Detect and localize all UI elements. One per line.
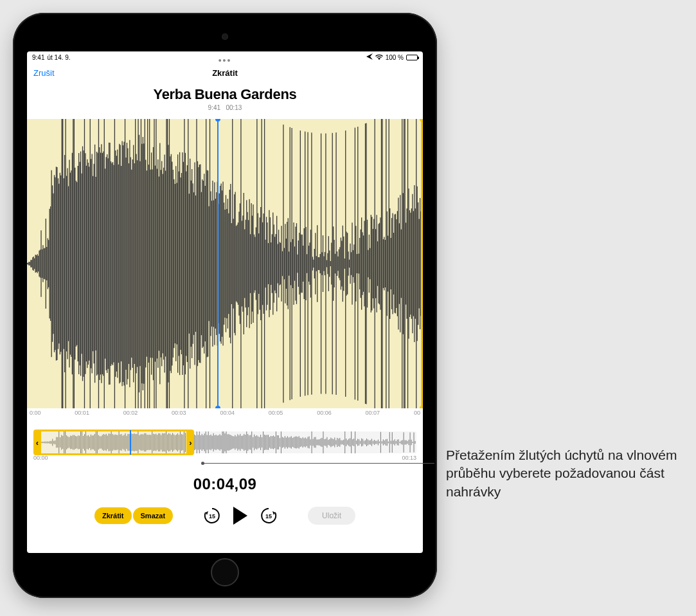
battery-percent: 100 % <box>386 54 404 61</box>
svg-text:15: 15 <box>209 513 215 520</box>
trim-selection[interactable]: ‹ › <box>33 430 194 455</box>
nav-title: Zkrátit <box>212 68 238 78</box>
ruler-tick: 00:05 <box>269 410 283 416</box>
timecode: 00:04,09 <box>27 475 423 493</box>
location-icon <box>366 53 373 61</box>
battery-icon <box>406 55 418 60</box>
more-button[interactable]: ••• <box>219 55 232 66</box>
recording-time: 9:41 <box>208 104 220 111</box>
status-time: 9:41 <box>32 54 44 61</box>
trim-handle-left[interactable]: ‹ <box>33 431 41 453</box>
ruler-tick: 00 <box>414 410 420 416</box>
status-date: út 14. 9. <box>47 54 70 61</box>
ruler-tick: 00:02 <box>123 410 138 416</box>
save-button[interactable]: Uložit <box>308 507 355 525</box>
recording-duration: 00:13 <box>226 104 242 111</box>
home-button[interactable] <box>211 558 239 586</box>
waveform-overview[interactable]: ‹ › <box>33 431 416 453</box>
waveform-main[interactable] <box>27 119 423 408</box>
trim-button[interactable]: Zkrátit <box>94 507 132 524</box>
callout-line <box>203 463 434 464</box>
cancel-button[interactable]: Zrušit <box>33 68 55 78</box>
overview-start: 00:00 <box>33 455 48 461</box>
callout-text: Přetažením žlutých úchytů na vlnovém prů… <box>446 446 684 501</box>
playhead[interactable] <box>217 119 219 408</box>
ruler-tick: 00:01 <box>75 410 89 416</box>
overview-playhead[interactable] <box>130 430 131 455</box>
skip-forward-15-button[interactable]: 15 <box>259 506 278 525</box>
ruler-tick: 00:07 <box>366 410 380 416</box>
waveform-svg <box>27 119 423 408</box>
screen: 9:41 út 14. 9. 100 % ••• Zrušit Zkrátit <box>27 51 423 553</box>
svg-text:15: 15 <box>265 513 272 520</box>
recording-header: Yerba Buena Gardens 9:41 00:13 <box>27 82 423 116</box>
trim-delete-group: Zkrátit Smazat <box>94 507 173 524</box>
play-button[interactable] <box>233 507 247 525</box>
trim-end-marker[interactable] <box>421 119 423 408</box>
controls-row: Zkrátit Smazat 15 15 Uložit <box>27 506 423 525</box>
ruler-tick: 00:04 <box>220 410 235 416</box>
nav-bar: ••• Zrušit Zkrátit <box>27 63 423 82</box>
ipad-frame: 9:41 út 14. 9. 100 % ••• Zrušit Zkrátit <box>13 13 437 598</box>
wifi-icon <box>375 54 383 61</box>
time-ruler: 0:00 00:01 00:02 00:03 00:04 00:05 00:06… <box>27 408 423 416</box>
recording-title: Yerba Buena Gardens <box>27 86 423 103</box>
trim-handle-right[interactable]: › <box>186 431 194 453</box>
ruler-tick: 00:03 <box>172 410 186 416</box>
ruler-tick: 0:00 <box>30 410 41 416</box>
ruler-tick: 00:06 <box>317 410 332 416</box>
delete-button[interactable]: Smazat <box>133 507 174 524</box>
overview-end: 00:13 <box>402 455 416 461</box>
skip-back-15-button[interactable]: 15 <box>202 506 222 525</box>
camera-dot <box>222 33 228 40</box>
recording-meta: 9:41 00:13 <box>27 104 423 111</box>
